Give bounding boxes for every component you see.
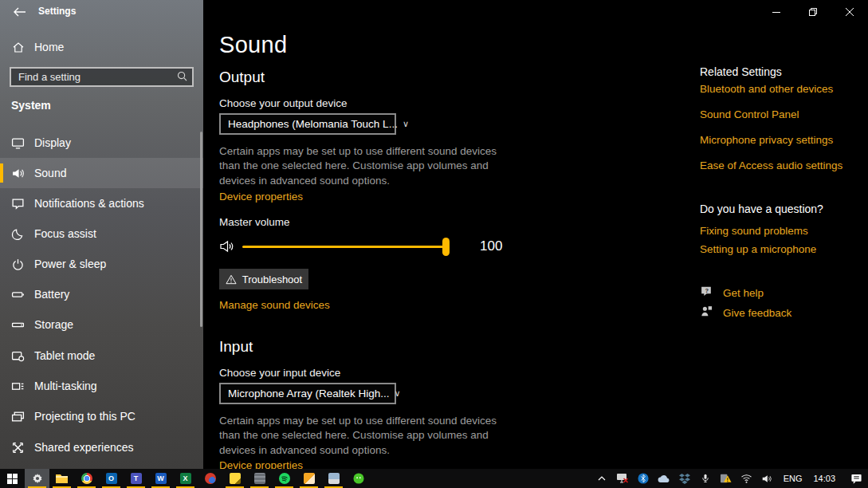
tray-wifi[interactable]	[738, 469, 756, 488]
taskbar-wechat[interactable]	[346, 469, 371, 488]
start-button[interactable]	[0, 469, 25, 488]
sidebar-item-sound[interactable]: Sound	[0, 158, 203, 188]
related-link-bluetooth[interactable]: Bluetooth and other devices	[700, 83, 833, 95]
tray-microphone[interactable]	[697, 469, 714, 488]
output-device-properties-link[interactable]: Device properties	[219, 191, 303, 203]
storage-icon	[11, 318, 25, 332]
tray-dropbox[interactable]	[676, 469, 693, 488]
tray-bluetooth[interactable]	[634, 469, 652, 488]
get-help-link[interactable]: Get help	[723, 287, 764, 299]
slider-thumb[interactable]	[442, 238, 450, 256]
outlook-icon: O	[106, 473, 117, 484]
clock[interactable]: 14:03	[809, 474, 839, 483]
language-indicator[interactable]: ENG	[780, 474, 807, 483]
output-description: Certain apps may be set up to use differ…	[219, 144, 508, 188]
device-warning-icon	[720, 473, 732, 484]
taskbar-teams[interactable]: T	[124, 469, 148, 488]
related-link-ease-of-access[interactable]: Ease of Access audio settings	[700, 159, 842, 171]
tray-pc-error[interactable]	[614, 469, 631, 488]
taskbar-sticky-notes[interactable]	[222, 469, 247, 488]
close-button[interactable]	[831, 0, 868, 24]
related-link-microphone-privacy[interactable]: Microphone privacy settings	[700, 134, 833, 146]
taskbar-app-red[interactable]	[198, 469, 222, 488]
tray-chevron-button[interactable]	[593, 469, 611, 488]
tray-device-warning[interactable]	[717, 469, 735, 488]
taskbar-calculator[interactable]	[247, 469, 272, 488]
sidebar-item-label: Multi-tasking	[34, 380, 97, 392]
sidebar-item-label: Tablet mode	[34, 349, 95, 362]
settings-gear-icon	[32, 473, 43, 484]
home-icon	[11, 41, 25, 54]
restore-button[interactable]	[795, 0, 831, 24]
system-tray: ENG 14:03	[593, 469, 868, 488]
sidebar-item-power-sleep[interactable]: Power & sleep	[0, 249, 203, 279]
sidebar-item-shared-experiences[interactable]: Shared experiences	[0, 432, 203, 462]
chevron-down-icon: ∨	[403, 119, 409, 129]
action-center-button[interactable]	[847, 469, 865, 488]
sidebar-item-label: Shared experiences	[34, 441, 134, 454]
tray-onedrive[interactable]	[655, 469, 673, 488]
main-content: Sound Output Choose your output device H…	[203, 0, 868, 469]
input-description: Certain apps may be set up to use differ…	[219, 414, 508, 458]
start-icon	[7, 474, 18, 484]
taskbar-word[interactable]: W	[148, 469, 173, 488]
projecting-icon	[11, 410, 25, 423]
sidebar-item-display[interactable]: Display	[0, 128, 203, 158]
output-device-dropdown[interactable]: Headphones (Melomania Touch L... ∨	[219, 113, 396, 135]
photos-icon	[328, 473, 340, 484]
tablet-mode-icon	[11, 349, 25, 363]
sidebar-item-tablet-mode[interactable]: Tablet mode	[0, 340, 203, 371]
related-link-sound-control-panel[interactable]: Sound Control Panel	[700, 108, 799, 120]
taskbar-app-orange[interactable]	[297, 469, 321, 488]
master-volume-slider[interactable]	[242, 246, 448, 248]
display-icon	[11, 136, 25, 150]
taskbar-photos[interactable]	[321, 469, 346, 488]
power-icon	[11, 258, 25, 271]
help-link-fixing-sound[interactable]: Fixing sound problems	[700, 225, 808, 237]
sidebar-item-battery[interactable]: Battery	[0, 279, 203, 309]
taskbar-excel[interactable]: X	[173, 469, 198, 488]
sidebar-item-projecting[interactable]: Projecting to this PC	[0, 401, 203, 431]
microphone-icon	[701, 473, 710, 484]
sidebar-item-label: Projecting to this PC	[34, 410, 136, 423]
taskbar-outlook[interactable]: O	[99, 469, 124, 488]
excel-icon: X	[180, 473, 191, 484]
taskbar-chrome[interactable]	[74, 469, 99, 488]
give-feedback-link[interactable]: Give feedback	[723, 307, 791, 319]
question-heading: Do you have a question?	[700, 203, 823, 215]
word-icon: W	[155, 473, 167, 484]
sidebar-scrollbar[interactable]	[200, 132, 202, 327]
tray-volume[interactable]	[759, 469, 776, 488]
minimize-button[interactable]	[758, 0, 795, 24]
volume-speaker-icon[interactable]	[219, 238, 235, 254]
volume-icon	[761, 474, 773, 484]
sidebar-item-home[interactable]: Home	[0, 35, 203, 59]
back-button[interactable]	[6, 2, 33, 22]
search-input[interactable]: Find a setting	[10, 67, 194, 87]
input-device-dropdown[interactable]: Microphone Array (Realtek High... ∨	[219, 383, 396, 404]
sidebar-item-storage[interactable]: Storage	[0, 309, 203, 340]
taskbar: O T W X	[0, 469, 868, 488]
sidebar-item-notifications[interactable]: Notifications & actions	[0, 188, 203, 218]
input-device-label: Choose your input device	[219, 367, 340, 379]
sound-icon	[11, 167, 25, 180]
multitasking-icon	[11, 380, 25, 393]
get-help-row[interactable]: ? Get help	[700, 285, 764, 301]
focus-assist-icon	[11, 227, 25, 241]
troubleshoot-button[interactable]: Troubleshoot	[219, 269, 308, 289]
sidebar-item-label: Notifications & actions	[34, 197, 144, 210]
taskbar-settings-button[interactable]	[25, 469, 49, 488]
battery-icon	[11, 288, 25, 301]
sidebar-item-focus-assist[interactable]: Focus assist	[0, 218, 203, 249]
shared-experiences-icon	[11, 441, 25, 455]
file-explorer-icon	[56, 474, 68, 484]
master-volume-label: Master volume	[219, 216, 290, 228]
chevron-up-icon	[597, 474, 607, 483]
manage-sound-devices-link[interactable]: Manage sound devices	[219, 299, 330, 311]
warning-icon	[226, 274, 237, 285]
taskbar-spotify[interactable]	[272, 469, 297, 488]
help-link-setup-microphone[interactable]: Setting up a microphone	[700, 243, 816, 255]
give-feedback-row[interactable]: Give feedback	[700, 305, 791, 321]
taskbar-file-explorer[interactable]	[49, 469, 74, 488]
sidebar-item-multitasking[interactable]: Multi-tasking	[0, 371, 203, 401]
